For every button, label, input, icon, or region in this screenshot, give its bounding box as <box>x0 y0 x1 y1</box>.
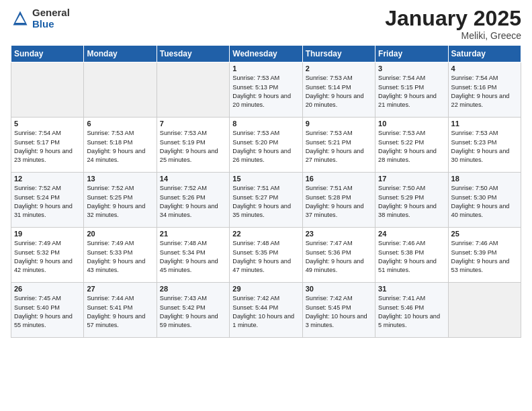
day-number: 22 <box>232 230 299 238</box>
day-number: 9 <box>306 120 372 128</box>
month-title: January 2025 <box>385 7 521 30</box>
calendar-cell: 24Sunrise: 7:46 AM Sunset: 5:38 PM Dayli… <box>375 228 448 283</box>
day-info: Sunrise: 7:47 AM Sunset: 5:36 PM Dayligh… <box>306 239 372 275</box>
day-number: 25 <box>451 230 518 238</box>
calendar-week-3: 12Sunrise: 7:52 AM Sunset: 5:24 PM Dayli… <box>11 173 521 228</box>
day-info: Sunrise: 7:41 AM Sunset: 5:46 PM Dayligh… <box>378 294 445 330</box>
day-info: Sunrise: 7:51 AM Sunset: 5:27 PM Dayligh… <box>232 184 299 220</box>
logo: General Blue <box>11 7 70 30</box>
day-number: 23 <box>306 230 372 238</box>
day-info: Sunrise: 7:50 AM Sunset: 5:30 PM Dayligh… <box>451 184 518 220</box>
day-number: 6 <box>87 120 153 128</box>
calendar-week-2: 5Sunrise: 7:54 AM Sunset: 5:17 PM Daylig… <box>11 118 521 173</box>
calendar-cell: 29Sunrise: 7:42 AM Sunset: 5:44 PM Dayli… <box>230 283 302 338</box>
calendar-cell: 22Sunrise: 7:48 AM Sunset: 5:35 PM Dayli… <box>230 228 302 283</box>
calendar-week-1: 1Sunrise: 7:53 AM Sunset: 5:13 PM Daylig… <box>11 62 521 118</box>
calendar-cell: 7Sunrise: 7:53 AM Sunset: 5:19 PM Daylig… <box>157 118 229 173</box>
day-number: 20 <box>87 230 153 238</box>
day-number: 12 <box>14 175 81 183</box>
day-number: 18 <box>451 175 518 183</box>
day-number: 11 <box>451 120 518 128</box>
day-number: 17 <box>378 175 445 183</box>
day-info: Sunrise: 7:53 AM Sunset: 5:13 PM Dayligh… <box>232 74 299 109</box>
calendar-cell: 20Sunrise: 7:49 AM Sunset: 5:33 PM Dayli… <box>84 228 157 283</box>
day-info: Sunrise: 7:42 AM Sunset: 5:44 PM Dayligh… <box>232 294 299 330</box>
header-sunday: Sunday <box>11 46 84 62</box>
day-number: 19 <box>14 230 81 238</box>
calendar-cell: 9Sunrise: 7:53 AM Sunset: 5:21 PM Daylig… <box>302 118 375 173</box>
day-number: 16 <box>306 175 372 183</box>
day-info: Sunrise: 7:50 AM Sunset: 5:29 PM Dayligh… <box>378 184 445 220</box>
day-info: Sunrise: 7:54 AM Sunset: 5:16 PM Dayligh… <box>451 74 518 109</box>
day-info: Sunrise: 7:44 AM Sunset: 5:41 PM Dayligh… <box>87 294 153 330</box>
day-info: Sunrise: 7:52 AM Sunset: 5:26 PM Dayligh… <box>160 184 226 220</box>
calendar-cell <box>84 62 157 118</box>
calendar-cell: 4Sunrise: 7:54 AM Sunset: 5:16 PM Daylig… <box>448 62 521 118</box>
day-info: Sunrise: 7:53 AM Sunset: 5:14 PM Dayligh… <box>306 74 372 109</box>
calendar-cell: 30Sunrise: 7:42 AM Sunset: 5:45 PM Dayli… <box>302 283 375 338</box>
day-info: Sunrise: 7:53 AM Sunset: 5:20 PM Dayligh… <box>232 129 299 165</box>
day-number: 27 <box>87 285 153 293</box>
day-info: Sunrise: 7:54 AM Sunset: 5:15 PM Dayligh… <box>378 74 445 109</box>
day-number: 1 <box>232 64 299 73</box>
calendar-cell: 8Sunrise: 7:53 AM Sunset: 5:20 PM Daylig… <box>230 118 302 173</box>
calendar-header-row: Sunday Monday Tuesday Wednesday Thursday… <box>11 46 521 62</box>
logo-general: General <box>32 7 70 18</box>
page: General Blue January 2025 Meliki, Greece… <box>0 0 532 411</box>
calendar-cell: 10Sunrise: 7:53 AM Sunset: 5:22 PM Dayli… <box>375 118 448 173</box>
day-number: 28 <box>160 285 226 293</box>
day-info: Sunrise: 7:46 AM Sunset: 5:39 PM Dayligh… <box>451 239 518 275</box>
calendar-cell: 31Sunrise: 7:41 AM Sunset: 5:46 PM Dayli… <box>375 283 448 338</box>
day-info: Sunrise: 7:49 AM Sunset: 5:33 PM Dayligh… <box>87 239 153 275</box>
calendar-week-4: 19Sunrise: 7:49 AM Sunset: 5:32 PM Dayli… <box>11 228 521 283</box>
calendar-cell: 17Sunrise: 7:50 AM Sunset: 5:29 PM Dayli… <box>375 173 448 228</box>
header-tuesday: Tuesday <box>157 46 229 62</box>
calendar-cell: 13Sunrise: 7:52 AM Sunset: 5:25 PM Dayli… <box>84 173 157 228</box>
location: Meliki, Greece <box>385 30 521 41</box>
header-saturday: Saturday <box>448 46 521 62</box>
day-number: 29 <box>232 285 299 293</box>
day-number: 31 <box>378 285 445 293</box>
day-number: 8 <box>232 120 299 128</box>
day-info: Sunrise: 7:48 AM Sunset: 5:34 PM Dayligh… <box>160 239 226 275</box>
calendar-cell <box>157 62 229 118</box>
day-number: 13 <box>87 175 153 183</box>
day-info: Sunrise: 7:42 AM Sunset: 5:45 PM Dayligh… <box>306 294 372 330</box>
calendar-cell: 14Sunrise: 7:52 AM Sunset: 5:26 PM Dayli… <box>157 173 229 228</box>
day-number: 4 <box>451 64 518 73</box>
day-number: 26 <box>14 285 81 293</box>
day-info: Sunrise: 7:53 AM Sunset: 5:21 PM Dayligh… <box>306 129 372 165</box>
calendar-cell: 25Sunrise: 7:46 AM Sunset: 5:39 PM Dayli… <box>448 228 521 283</box>
day-number: 7 <box>160 120 226 128</box>
logo-text: General Blue <box>32 7 70 30</box>
day-number: 24 <box>378 230 445 238</box>
calendar-cell: 19Sunrise: 7:49 AM Sunset: 5:32 PM Dayli… <box>11 228 84 283</box>
day-info: Sunrise: 7:49 AM Sunset: 5:32 PM Dayligh… <box>14 239 81 275</box>
day-info: Sunrise: 7:46 AM Sunset: 5:38 PM Dayligh… <box>378 239 445 275</box>
calendar-cell: 23Sunrise: 7:47 AM Sunset: 5:36 PM Dayli… <box>302 228 375 283</box>
calendar-cell: 11Sunrise: 7:53 AM Sunset: 5:23 PM Dayli… <box>448 118 521 173</box>
calendar-week-5: 26Sunrise: 7:45 AM Sunset: 5:40 PM Dayli… <box>11 283 521 338</box>
day-info: Sunrise: 7:53 AM Sunset: 5:23 PM Dayligh… <box>451 129 518 165</box>
day-info: Sunrise: 7:52 AM Sunset: 5:24 PM Dayligh… <box>14 184 81 220</box>
day-info: Sunrise: 7:48 AM Sunset: 5:35 PM Dayligh… <box>232 239 299 275</box>
header-thursday: Thursday <box>302 46 375 62</box>
calendar-cell: 21Sunrise: 7:48 AM Sunset: 5:34 PM Dayli… <box>157 228 229 283</box>
day-number: 5 <box>14 120 81 128</box>
header-monday: Monday <box>84 46 157 62</box>
logo-icon <box>11 9 30 28</box>
header: General Blue January 2025 Meliki, Greece <box>11 7 521 41</box>
title-block: January 2025 Meliki, Greece <box>385 7 521 41</box>
calendar-cell: 3Sunrise: 7:54 AM Sunset: 5:15 PM Daylig… <box>375 62 448 118</box>
calendar-cell: 28Sunrise: 7:43 AM Sunset: 5:42 PM Dayli… <box>157 283 229 338</box>
day-number: 10 <box>378 120 445 128</box>
day-number: 2 <box>306 64 372 73</box>
day-info: Sunrise: 7:53 AM Sunset: 5:19 PM Dayligh… <box>160 129 226 165</box>
day-info: Sunrise: 7:51 AM Sunset: 5:28 PM Dayligh… <box>306 184 372 220</box>
calendar-cell: 16Sunrise: 7:51 AM Sunset: 5:28 PM Dayli… <box>302 173 375 228</box>
day-number: 14 <box>160 175 226 183</box>
day-info: Sunrise: 7:53 AM Sunset: 5:18 PM Dayligh… <box>87 129 153 165</box>
calendar-cell <box>448 283 521 338</box>
header-wednesday: Wednesday <box>230 46 302 62</box>
day-number: 15 <box>232 175 299 183</box>
